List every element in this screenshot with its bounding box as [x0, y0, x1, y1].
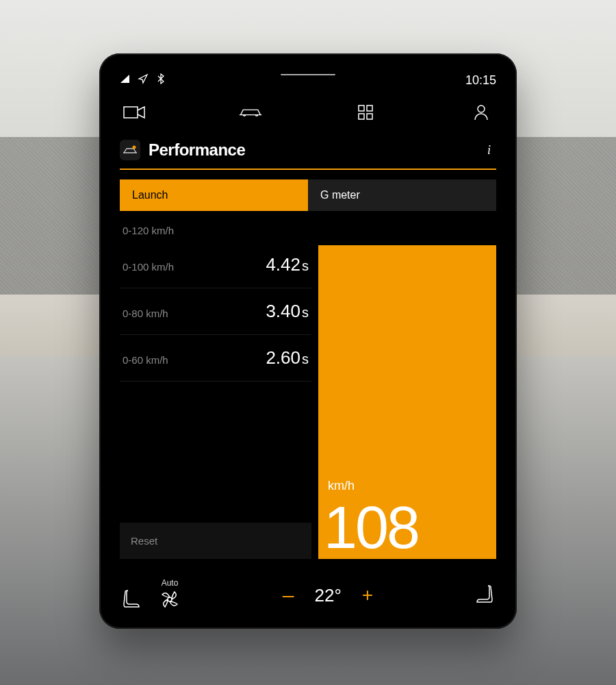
metric-value: 4.42s [266, 254, 309, 275]
reset-button[interactable]: Reset [120, 523, 311, 559]
metric-row: 0-60 km/h 2.60s [120, 335, 311, 382]
tab-bar: Launch G meter [120, 179, 496, 211]
tab-launch[interactable]: Launch [120, 179, 308, 211]
speed-unit: km/h [328, 479, 355, 493]
svg-rect-3 [359, 114, 364, 119]
svg-rect-0 [124, 107, 138, 118]
fan-mode-label: Auto [162, 578, 179, 588]
seat-left-icon[interactable] [123, 588, 140, 612]
cellular-signal-icon [120, 73, 131, 88]
speed-value: 108 [324, 497, 418, 558]
clock: 10:15 [465, 73, 496, 88]
metric-label: 0-100 km/h [123, 261, 174, 273]
location-icon [138, 73, 149, 88]
metric-value: 3.40s [266, 301, 309, 322]
metric-label: 0-120 km/h [123, 225, 174, 236]
fan-icon[interactable] [159, 589, 180, 612]
profile-icon[interactable] [469, 103, 493, 122]
infotainment-screen: 10:15 Performance i Launch G meter [99, 53, 517, 629]
drag-handle[interactable] [281, 74, 335, 75]
performance-app-icon [120, 140, 140, 160]
apps-grid-icon[interactable] [353, 103, 378, 122]
metric-row: 0-100 km/h 4.42s [120, 242, 311, 288]
temp-down-button[interactable]: – [283, 584, 294, 607]
metric-value: 2.60s [266, 347, 309, 369]
svg-rect-4 [367, 114, 372, 119]
metric-headline: 0-120 km/h [120, 215, 311, 242]
speed-panel: km/h 108 [318, 245, 496, 559]
status-bar: 10:15 [120, 68, 496, 92]
app-header: Performance i [120, 134, 496, 170]
metric-label: 0-60 km/h [123, 354, 168, 366]
svg-rect-1 [359, 105, 364, 111]
metric-row: 0-80 km/h 3.40s [120, 288, 311, 335]
svg-point-5 [478, 105, 485, 112]
svg-point-7 [168, 597, 172, 601]
main-nav [120, 92, 496, 134]
temperature-value: 22° [315, 585, 342, 606]
svg-point-6 [133, 146, 136, 149]
app-title: Performance [149, 140, 245, 160]
info-button[interactable]: i [482, 143, 496, 158]
climate-bar: Auto – 22° + [120, 564, 496, 614]
svg-rect-2 [367, 105, 372, 111]
bluetooth-icon [155, 73, 166, 88]
camera-icon[interactable] [123, 103, 147, 122]
temp-up-button[interactable]: + [362, 584, 373, 606]
tab-gmeter[interactable]: G meter [308, 179, 496, 211]
car-icon[interactable] [238, 103, 263, 122]
launch-metrics: 0-120 km/h 0-100 km/h 4.42s 0-80 km/h 3.… [120, 215, 311, 564]
seat-right-icon[interactable] [476, 583, 493, 608]
metric-label: 0-80 km/h [123, 308, 168, 319]
